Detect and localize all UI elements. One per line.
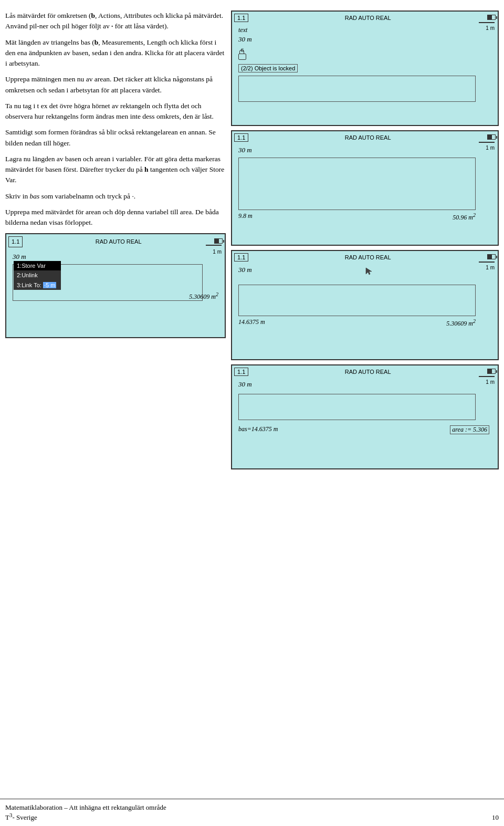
screen2-rad: RAD AUTO REAL — [345, 134, 391, 141]
screen4r-value: 30 m — [238, 380, 491, 389]
screen4-value: 30 m — [13, 252, 218, 262]
screen4r-bottom: bas=14.6375 m area := 5.306 — [238, 425, 491, 434]
menu-item-store[interactable]: 1:Store Var — [14, 261, 61, 271]
screen1-rad: RAD AUTO REAL — [345, 15, 391, 21]
screen-store-var: 1.1 RAD AUTO REAL 1 m 30 m — [5, 233, 226, 338]
screen1-body: text 30 m 6 (2/2) Object is locked — [234, 24, 496, 104]
screen4r-rad: RAD AUTO REAL — [345, 369, 391, 375]
screen4r-area: area := 5.306 — [450, 425, 489, 434]
battery-icon-3 — [487, 254, 496, 260]
screen4-tab: 1.1 — [8, 236, 23, 247]
lock-arc — [239, 50, 244, 54]
lock-container: 6 — [238, 47, 246, 60]
screen3-body: 30 m 14.6375 m 5.30609 m2 — [234, 264, 496, 330]
paragraph-5: Samtidigt som formen förändras så blir o… — [5, 127, 226, 149]
screen2-tab: 1.1 — [234, 133, 248, 142]
screen4r-bas: bas=14.6375 m — [238, 425, 278, 434]
bold-b2: b — [94, 38, 99, 46]
locked-box: (2/2) Object is locked — [238, 64, 491, 72]
paragraph-3: Upprepa mätningen men nu av arean. Det r… — [5, 74, 226, 96]
lock-icon — [238, 54, 246, 60]
menu-item-value: ·5 m — [43, 282, 56, 288]
screen1-text: text — [238, 26, 491, 34]
right-column: 1.1 RAD AUTO REAL 1 m text 30 m — [231, 11, 499, 793]
screen4-title: RAD AUTO REAL — [23, 237, 214, 246]
main-content: Lås mätvärdet för omkretsen (b, Actions,… — [0, 0, 504, 799]
store-var-menu: 1:Store Var 2:Unlink 3:Link To: ·5 m — [14, 261, 61, 290]
screen2-bottom-left: 9.8 m — [238, 212, 253, 222]
screen-3: 1.1 RAD AUTO REAL 1 m — [231, 250, 499, 360]
screen4r-tab: 1.1 — [234, 368, 248, 376]
screen2-value: 30 m — [238, 146, 491, 154]
paragraph-8: Upprepa med mätvärdet för arean och döp … — [5, 207, 226, 228]
screen3-rect — [238, 285, 476, 316]
left-column: Lås mätvärdet för omkretsen (b, Actions,… — [5, 11, 226, 793]
ruler-1: 1 m — [479, 22, 495, 32]
screen4-header: 1.1 RAD AUTO REAL — [8, 236, 223, 247]
paragraph-4: Ta nu tag i t ex det övre högra hörnet a… — [5, 101, 226, 122]
ruler-label-1: 1 m — [486, 25, 495, 31]
screen4-bottom-right: 5.30609 m2 — [189, 290, 218, 301]
screen3-header: 1.1 RAD AUTO REAL — [234, 253, 496, 262]
screen3-bottom: 14.6375 m 5.30609 m2 — [238, 318, 491, 328]
screen-4-right: 1.1 RAD AUTO REAL 1 m 30 m — [231, 364, 499, 469]
menu-item-unlink[interactable]: 2:Unlink — [14, 270, 61, 280]
bold-b1: b — [91, 12, 95, 19]
italic-bas: bas — [30, 192, 40, 200]
screen4r-header: 1.1 RAD AUTO REAL — [234, 368, 496, 376]
screen1-title: RAD AUTO REAL — [248, 15, 487, 21]
screen3-title: RAD AUTO REAL — [248, 254, 487, 260]
screen1-value: 30 m — [238, 35, 491, 44]
footer: Matematiklaboration – Att inhägna ett re… — [0, 799, 504, 826]
paragraph-2: Mät längden av triangelns bas (b, Measur… — [5, 37, 226, 69]
lock-body — [238, 54, 246, 60]
battery-icon-1 — [487, 15, 496, 21]
dot-1: · — [111, 22, 113, 30]
page: Lås mätvärdet för omkretsen (b, Actions,… — [0, 0, 504, 826]
screen3-value: 30 m — [238, 266, 491, 274]
screen3-rad: RAD AUTO REAL — [345, 254, 391, 260]
footer-subtitle: T3- Sverige — [5, 812, 166, 822]
menu-item-linkto[interactable]: 3:Link To: ·5 m — [14, 280, 61, 290]
paragraph-1: Lås mätvärdet för omkretsen (b, Actions,… — [5, 11, 226, 32]
paragraph-6: Lagra nu längden av basen och arean i va… — [5, 154, 226, 186]
screen3-tab: 1.1 — [234, 253, 248, 262]
screen-2: 1.1 RAD AUTO REAL 1 m 30 m — [231, 130, 499, 246]
battery-icon-4r — [487, 369, 496, 375]
screen-1: 1.1 RAD AUTO REAL 1 m text 30 m — [231, 11, 499, 126]
screen1-header: 1.1 RAD AUTO REAL — [234, 14, 496, 22]
screen2-rect — [238, 158, 476, 210]
screen1-rect — [238, 76, 476, 102]
screen2-title: RAD AUTO REAL — [248, 134, 487, 141]
screen4r-body: 30 m bas=14.6375 m area := 5.306 — [234, 378, 496, 436]
screen4-rad: RAD AUTO REAL — [96, 237, 142, 246]
screen3-bottom-right: 5.30609 m2 — [446, 318, 476, 328]
footer-title-block: Matematiklaboration – Att inhägna ett re… — [5, 803, 166, 822]
screen2-body: 30 m 9.8 m 50.96 m2 — [234, 144, 496, 224]
screen4r-title: RAD AUTO REAL — [248, 369, 487, 375]
screen1-tab: 1.1 — [234, 14, 248, 22]
screen4-body: 30 m 1:Store Var 2:Unlink 3:Link To: ·5 … — [8, 249, 223, 306]
footer-title: Matematiklaboration – Att inhägna ett re… — [5, 803, 166, 812]
locked-text: (2/2) Object is locked — [238, 64, 298, 72]
screen3-bottom-left: 14.6375 m — [238, 318, 265, 328]
screen2-header: 1.1 RAD AUTO REAL — [234, 133, 496, 142]
page-number: 10 — [492, 813, 499, 822]
screen2-bottom: 9.8 m 50.96 m2 — [238, 212, 491, 222]
screen2-bottom-right: 50.96 m2 — [453, 212, 476, 222]
screen4r-rect — [238, 394, 476, 420]
bold-h: h — [144, 165, 149, 173]
battery-icon-2 — [487, 134, 496, 141]
paragraph-7: Skriv in bas som variabelnamn och tryck … — [5, 191, 226, 202]
